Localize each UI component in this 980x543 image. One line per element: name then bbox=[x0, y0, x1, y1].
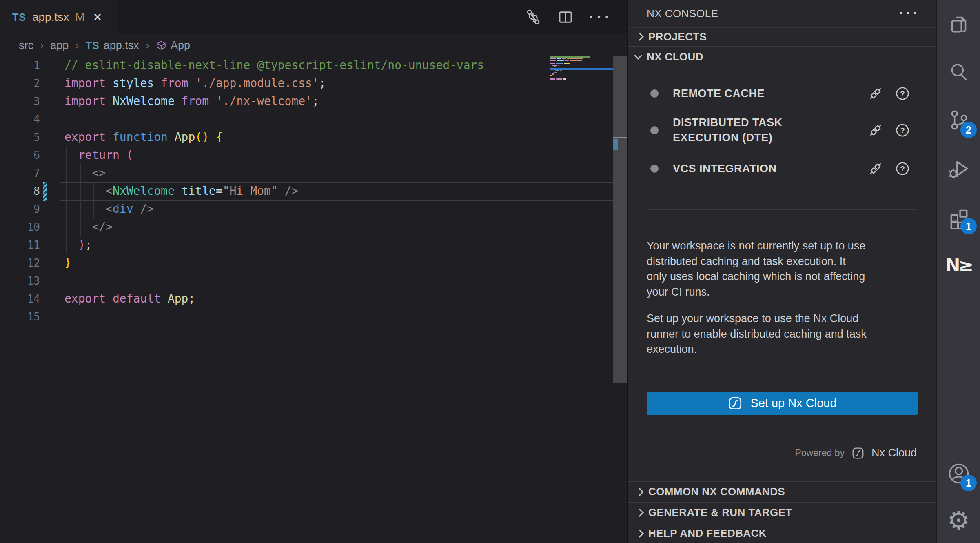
overview-ruler-modified-marker bbox=[613, 139, 618, 150]
code-line[interactable]: // eslint-disable-next-line @typescript-… bbox=[64, 56, 484, 74]
status-dot bbox=[650, 126, 659, 134]
section-label: COMMON NX COMMANDS bbox=[648, 485, 785, 498]
help-question-icon[interactable]: ? bbox=[895, 122, 910, 138]
split-editor-icon[interactable] bbox=[557, 9, 574, 26]
editor-line: 4 bbox=[0, 110, 627, 128]
section-generate-run-target[interactable]: GENERATE & RUN TARGET bbox=[628, 502, 936, 523]
settings-gear-icon[interactable]: ⚙ bbox=[937, 498, 980, 543]
help-question-icon[interactable]: ? bbox=[895, 86, 910, 101]
typescript-file-icon: TS bbox=[86, 40, 100, 51]
indent-guide bbox=[93, 182, 94, 218]
code-line[interactable]: return ( bbox=[64, 146, 133, 164]
code-line[interactable]: ); bbox=[64, 236, 92, 254]
section-projects[interactable]: PROJECTS bbox=[628, 27, 936, 46]
minimap-row bbox=[550, 75, 613, 76]
code-line[interactable]: import styles from './app.module.css'; bbox=[64, 74, 326, 92]
source-control-icon[interactable]: 2 bbox=[937, 96, 980, 145]
tab-app-tsx[interactable]: TS app.tsx M × bbox=[0, 0, 117, 34]
connect-plug-icon[interactable] bbox=[868, 122, 883, 138]
breadcrumb-src[interactable]: src bbox=[19, 39, 33, 52]
status-dot bbox=[650, 89, 659, 98]
minimap-row bbox=[550, 65, 613, 66]
extensions-icon[interactable]: 1 bbox=[937, 193, 980, 241]
nx-cloud-item-remote-cache[interactable]: REMOTE CACHE ? bbox=[628, 79, 936, 108]
line-number: 2 bbox=[0, 74, 40, 92]
minimap-slider-edge bbox=[613, 137, 627, 138]
panel-title: NX CONSOLE bbox=[647, 7, 718, 20]
code-line[interactable]: import NxWelcome from './nx-welcome'; bbox=[64, 92, 319, 110]
editor-scrollbar[interactable] bbox=[613, 56, 627, 383]
breadcrumb-file[interactable]: TS app.tsx bbox=[86, 39, 139, 52]
editor-line: 12} bbox=[0, 254, 627, 272]
setup-nx-cloud-button[interactable]: Set up Nx Cloud bbox=[647, 392, 918, 415]
powered-by-row: Powered by Nx Cloud bbox=[628, 446, 936, 460]
explorer-icon[interactable] bbox=[937, 0, 980, 48]
section-help-and-feedback[interactable]: HELP AND FEEDBACK bbox=[628, 523, 936, 543]
section-label: HELP AND FEEDBACK bbox=[648, 527, 767, 540]
panel-more-actions-icon[interactable]: ··· bbox=[899, 11, 920, 16]
divider bbox=[647, 209, 917, 210]
accounts-icon[interactable]: 1 bbox=[937, 450, 980, 498]
run-debug-icon[interactable] bbox=[937, 145, 980, 193]
editor-line: 15 bbox=[0, 308, 627, 326]
breadcrumb-app[interactable]: app bbox=[50, 39, 69, 52]
line-number: 13 bbox=[0, 272, 40, 290]
nx-console-icon[interactable]: N≥ bbox=[937, 241, 980, 289]
help-question-icon[interactable]: ? bbox=[895, 161, 910, 176]
code-line[interactable]: <div /> bbox=[64, 200, 154, 218]
code-line[interactable]: <> bbox=[64, 164, 106, 182]
line-number: 8 bbox=[0, 182, 40, 200]
status-dot bbox=[650, 165, 659, 173]
line-number: 3 bbox=[0, 92, 40, 110]
line-number: 12 bbox=[0, 254, 40, 272]
close-tab-icon[interactable]: × bbox=[93, 10, 102, 24]
breadcrumb-symbol-app[interactable]: App bbox=[156, 39, 190, 52]
nx-cloud-item-dte[interactable]: DISTRIBUTED TASK EXECUTION (DTE) ? bbox=[628, 112, 936, 149]
item-label: VCS INTEGRATION bbox=[673, 161, 777, 176]
breadcrumb-separator: › bbox=[74, 39, 80, 52]
connect-plug-icon[interactable] bbox=[868, 161, 883, 176]
editor-line: 13 bbox=[0, 272, 627, 290]
tab-bar: TS app.tsx M × ··· bbox=[0, 0, 627, 34]
line-number: 7 bbox=[0, 164, 40, 182]
minimap-row bbox=[550, 73, 613, 75]
line-number: 11 bbox=[0, 236, 40, 254]
section-nx-cloud[interactable]: NX CLOUD bbox=[628, 46, 936, 67]
nx-cloud-body: REMOTE CACHE ? DISTRIBUTED bbox=[628, 79, 936, 460]
editor-line: 7 <> bbox=[0, 164, 627, 182]
panel-header: NX CONSOLE ··· bbox=[628, 0, 936, 27]
nx-cloud-item-vcs[interactable]: VCS INTEGRATION ? bbox=[628, 154, 936, 183]
minimap-row bbox=[550, 80, 613, 81]
editor-line: 5export function App() { bbox=[0, 128, 627, 146]
editor-line: 6 return ( bbox=[0, 146, 627, 164]
breadcrumb-separator: › bbox=[39, 39, 44, 52]
minimap-row bbox=[550, 78, 613, 80]
code-line[interactable]: export function App() { bbox=[64, 128, 223, 146]
vscode-window: TS app.tsx M × ··· bbox=[0, 0, 980, 543]
chevron-right-icon bbox=[636, 530, 644, 538]
section-common-nx-commands[interactable]: COMMON NX COMMANDS bbox=[628, 481, 936, 502]
nx-cloud-icon bbox=[851, 446, 865, 460]
section-nx-cloud-label: NX CLOUD bbox=[647, 51, 703, 63]
search-icon[interactable] bbox=[937, 48, 980, 96]
open-changes-icon[interactable] bbox=[524, 8, 542, 26]
item-label: DISTRIBUTED TASK EXECUTION (DTE) bbox=[673, 115, 848, 145]
code-line[interactable]: <NxWelcome title="Hi Mom" /> bbox=[64, 182, 298, 200]
breadcrumb: src › app › TS app.tsx › App bbox=[0, 34, 627, 56]
nx-cloud-brand-label: Nx Cloud bbox=[871, 447, 917, 459]
breadcrumb-file-label: app.tsx bbox=[104, 39, 139, 52]
connect-plug-icon[interactable] bbox=[868, 86, 883, 101]
minimap-row bbox=[550, 70, 613, 71]
tab-file-name: app.tsx bbox=[32, 11, 69, 24]
line-number: 6 bbox=[0, 146, 40, 164]
code-line[interactable]: } bbox=[64, 254, 71, 272]
minimap[interactable] bbox=[550, 56, 613, 82]
code-line[interactable]: export default App; bbox=[64, 290, 195, 308]
minimap-row bbox=[550, 77, 613, 78]
editor-more-actions-icon[interactable]: ··· bbox=[589, 13, 612, 21]
code-line[interactable]: </> bbox=[64, 218, 113, 236]
code-editor[interactable]: 1// eslint-disable-next-line @typescript… bbox=[0, 56, 627, 543]
accounts-badge: 1 bbox=[960, 475, 977, 491]
tab-modified-indicator: M bbox=[75, 11, 84, 24]
editor-line: 3import NxWelcome from './nx-welcome'; bbox=[0, 92, 627, 110]
